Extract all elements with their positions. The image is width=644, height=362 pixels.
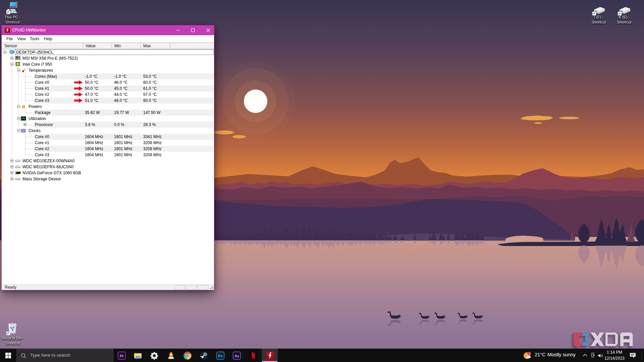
svg-text:Pr: Pr <box>120 354 124 358</box>
svg-text:Ae: Ae <box>234 354 239 358</box>
svg-text:1: 1 <box>529 352 530 355</box>
svg-text:Ps: Ps <box>218 354 222 358</box>
